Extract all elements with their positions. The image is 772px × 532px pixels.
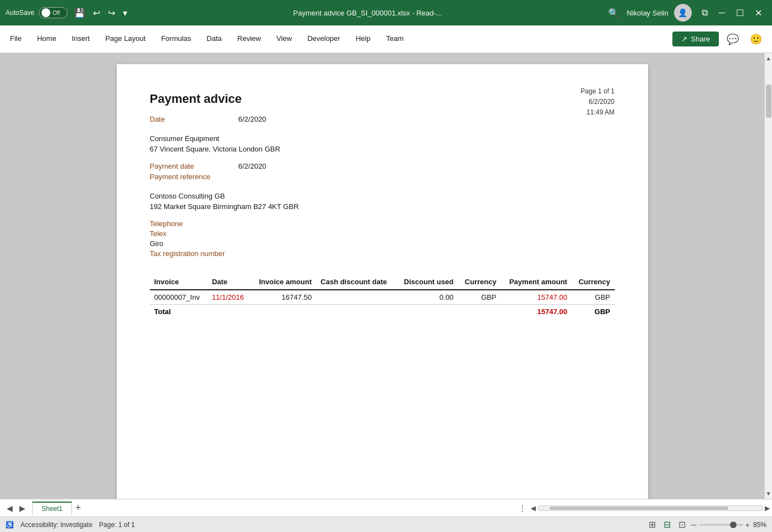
ribbon-tab-view[interactable]: View bbox=[268, 25, 299, 53]
document-page: Page 1 of 1 6/2/2020 11:49 AM Payment ad… bbox=[117, 64, 648, 499]
ribbon-tab-review[interactable]: Review bbox=[230, 25, 269, 53]
toggle-state: Off bbox=[53, 10, 60, 16]
sheet-nav-left[interactable]: ◀ bbox=[4, 503, 15, 514]
th-invoice-amount: Invoice amount bbox=[251, 274, 316, 290]
window-restore-icon[interactable]: ⧉ bbox=[697, 6, 712, 20]
view-page-layout-button[interactable]: ⊡ bbox=[676, 518, 688, 531]
payment-ref-row: Payment reference bbox=[150, 173, 615, 181]
company-address: 67 Vincent Square, Victoria London GBR bbox=[150, 145, 615, 153]
spreadsheet-area: Page 1 of 1 6/2/2020 11:49 AM Payment ad… bbox=[0, 53, 764, 499]
payment-date-label: Payment date bbox=[150, 162, 239, 170]
window-controls: ⧉ ─ ☐ ✕ bbox=[697, 6, 766, 20]
sheet-tab-sheet1[interactable]: Sheet1 bbox=[32, 502, 72, 515]
print-time: 11:49 AM bbox=[581, 107, 614, 118]
cell-date: 11/1/2016 bbox=[208, 290, 251, 305]
table-row: 00000007_Inv 11/1/2016 16747.50 0.00 GBP… bbox=[150, 290, 615, 305]
view-normal-button[interactable]: ⊞ bbox=[646, 518, 658, 531]
share-label: Share bbox=[691, 35, 710, 43]
add-sheet-button[interactable]: + bbox=[72, 501, 85, 515]
status-bar: ♿ Accessibility: Investigate Page: 1 of … bbox=[0, 517, 772, 532]
total-currency-spacer bbox=[458, 305, 501, 319]
ribbon-tab-home[interactable]: Home bbox=[29, 25, 64, 53]
ribbon-tab-formulas[interactable]: Formulas bbox=[153, 25, 199, 53]
ribbon-right: ↗ Share 💬 🙂 bbox=[672, 31, 772, 48]
date-value: 6/2/2020 bbox=[239, 115, 267, 123]
autosave-toggle[interactable]: Off bbox=[39, 7, 68, 18]
h-scroll-track[interactable] bbox=[538, 505, 763, 511]
scroll-thumb[interactable] bbox=[766, 85, 771, 118]
ribbon-tab-team[interactable]: Team bbox=[378, 25, 411, 53]
ribbon-tab-page-layout[interactable]: Page Layout bbox=[97, 25, 153, 53]
horizontal-scrollbar[interactable]: ◀ ▶ bbox=[529, 504, 772, 512]
search-icon[interactable]: 🔍 bbox=[606, 6, 621, 20]
payment-ref-label: Payment reference bbox=[150, 173, 239, 181]
cell-currency1: GBP bbox=[458, 290, 501, 305]
save-icon[interactable]: 💾 bbox=[72, 6, 87, 20]
giro-label: Giro bbox=[150, 239, 615, 248]
ribbon-tab-help[interactable]: Help bbox=[348, 25, 379, 53]
maximize-button[interactable]: ☐ bbox=[732, 6, 748, 20]
company-section: Consumer Equipment bbox=[150, 134, 615, 143]
document-title: Payment advice bbox=[150, 92, 615, 106]
scroll-down-arrow[interactable]: ▼ bbox=[765, 488, 772, 499]
th-payment-amount: Payment amount bbox=[501, 274, 572, 290]
zoom-thumb[interactable] bbox=[730, 521, 737, 528]
ribbon-tab-developer[interactable]: Developer bbox=[299, 25, 348, 53]
th-cash-discount-date: Cash discount date bbox=[316, 274, 396, 290]
zoom-plus-button[interactable]: + bbox=[745, 520, 750, 529]
total-currency: GBP bbox=[572, 305, 615, 319]
page-number: Page 1 of 1 bbox=[581, 86, 614, 97]
ribbon-tab-data[interactable]: Data bbox=[199, 25, 229, 53]
total-label: Total bbox=[150, 305, 396, 319]
cell-cash-discount-date bbox=[316, 290, 396, 305]
ribbon-tab-file[interactable]: File bbox=[2, 25, 29, 53]
redo-icon[interactable]: ↪ bbox=[106, 6, 117, 20]
comment-button[interactable]: 💬 bbox=[723, 31, 742, 48]
telephone-label: Telephone bbox=[150, 220, 615, 228]
title-bar-right: 🔍 Nikolay Selin 👤 ⧉ ─ ☐ ✕ bbox=[606, 4, 767, 22]
th-discount-used: Discount used bbox=[396, 274, 458, 290]
accessibility-icon[interactable]: ♿ bbox=[6, 521, 14, 529]
customize-icon[interactable]: ▾ bbox=[121, 6, 129, 20]
zoom-slider[interactable] bbox=[699, 524, 743, 526]
minimize-button[interactable]: ─ bbox=[714, 6, 729, 20]
table-total-row: Total 15747.00 GBP bbox=[150, 305, 615, 319]
close-button[interactable]: ✕ bbox=[750, 6, 766, 20]
tax-reg-label: Tax registration number bbox=[150, 249, 615, 258]
emoji-button[interactable]: 🙂 bbox=[747, 31, 765, 48]
ribbon-tab-insert[interactable]: Insert bbox=[64, 25, 98, 53]
bottom-ellipsis: ⋮ bbox=[516, 504, 529, 513]
supplier-name: Contoso Consulting GB bbox=[150, 192, 615, 200]
main-area: Page 1 of 1 6/2/2020 11:49 AM Payment ad… bbox=[0, 53, 772, 499]
share-icon: ↗ bbox=[681, 35, 687, 43]
title-bar: AutoSave Off 💾 ↩ ↪ ▾ Payment advice GB_S… bbox=[0, 0, 772, 25]
view-page-break-button[interactable]: ⊟ bbox=[661, 518, 673, 531]
share-button[interactable]: ↗ Share bbox=[672, 32, 719, 46]
bottom-bar: ◀ ▶ Sheet1 + ⋮ ◀ ▶ bbox=[0, 499, 772, 517]
date-label: Date bbox=[150, 115, 239, 123]
vertical-scrollbar[interactable]: ▲ ▼ bbox=[764, 53, 772, 499]
cell-payment-amount: 15747.00 bbox=[501, 290, 572, 305]
contact-section: Telephone Telex Giro Tax registration nu… bbox=[150, 220, 615, 258]
company-name: Consumer Equipment bbox=[150, 134, 615, 143]
ribbon: FileHomeInsertPage LayoutFormulasDataRev… bbox=[0, 25, 772, 53]
zoom-minus-button[interactable]: ─ bbox=[691, 520, 697, 529]
sheet-nav-right[interactable]: ▶ bbox=[17, 503, 28, 514]
scroll-track[interactable] bbox=[765, 64, 772, 488]
page-info-status: Page: 1 of 1 bbox=[99, 521, 135, 529]
h-scroll-right[interactable]: ▶ bbox=[763, 504, 772, 512]
autosave-label: AutoSave bbox=[6, 9, 34, 17]
user-avatar[interactable]: 👤 bbox=[674, 4, 692, 22]
undo-icon[interactable]: ↩ bbox=[91, 6, 102, 20]
h-scroll-left[interactable]: ◀ bbox=[529, 504, 538, 512]
ribbon-tabs: FileHomeInsertPage LayoutFormulasDataRev… bbox=[0, 25, 672, 53]
payment-date-row: Payment date 6/2/2020 bbox=[150, 162, 615, 170]
scroll-up-arrow[interactable]: ▲ bbox=[765, 53, 772, 64]
page-wrapper[interactable]: Page 1 of 1 6/2/2020 11:49 AM Payment ad… bbox=[0, 53, 764, 499]
h-scroll-thumb[interactable] bbox=[550, 507, 728, 510]
status-right: ⊞ ⊟ ⊡ ─ + 85% bbox=[646, 518, 766, 531]
date-row: Date 6/2/2020 bbox=[150, 115, 615, 123]
th-invoice: Invoice bbox=[150, 274, 208, 290]
page-info: Page 1 of 1 6/2/2020 11:49 AM bbox=[581, 86, 614, 118]
table-header-row: Invoice Date Invoice amount Cash discoun… bbox=[150, 274, 615, 290]
